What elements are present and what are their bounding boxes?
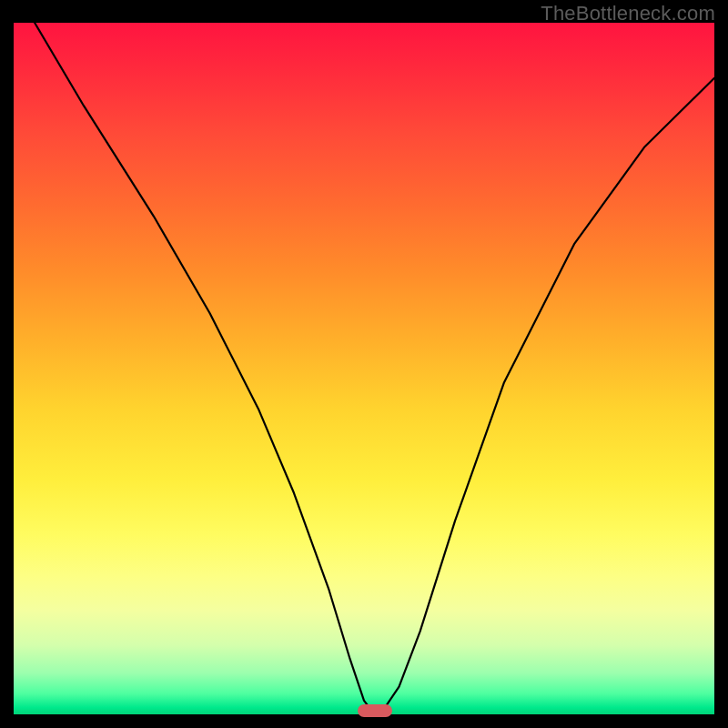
bottleneck-curve xyxy=(14,23,714,714)
chart-container: TheBottleneck.com xyxy=(0,0,728,728)
watermark-label: TheBottleneck.com xyxy=(541,2,715,25)
plot-area xyxy=(14,23,714,714)
optimal-point-marker xyxy=(358,704,392,717)
